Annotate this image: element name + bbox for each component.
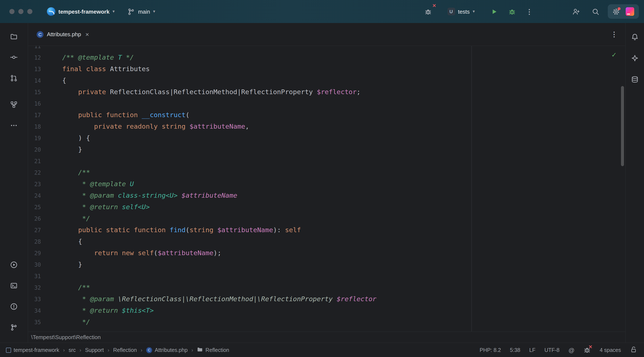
caret-position-widget[interactable]: 5:38: [510, 347, 520, 353]
line-number[interactable]: 16: [28, 98, 41, 109]
code-line[interactable]: 26 */: [28, 213, 625, 225]
line-number[interactable]: 14: [28, 75, 41, 86]
branch-widget[interactable]: main ▾: [124, 5, 158, 17]
window-minimize-button[interactable]: [18, 9, 24, 14]
code-line[interactable]: 17 public function __construct(: [28, 109, 625, 121]
inspections-ok-icon[interactable]: ✓: [612, 51, 617, 59]
line-number[interactable]: 12: [28, 52, 41, 63]
namespace-hint-bar[interactable]: \Tempest\Support\Reflection: [28, 332, 625, 343]
code-line[interactable]: 32 /**: [28, 282, 625, 294]
line-number[interactable]: 23: [28, 178, 41, 190]
code-line[interactable]: 19 ) {: [28, 132, 625, 144]
run-button[interactable]: [488, 5, 500, 18]
code-line[interactable]: 15 private ReflectionClass|ReflectionMet…: [28, 86, 625, 98]
breadcrumb-reflection-class[interactable]: Reflection: [197, 346, 229, 354]
code-line[interactable]: 33 * @param \ReflectionClass|\Reflection…: [28, 294, 625, 305]
breadcrumb-file[interactable]: C Attributes.php: [146, 347, 188, 353]
code-line[interactable]: 11: [28, 46, 625, 52]
code-line[interactable]: 28 {: [28, 236, 625, 248]
code-line[interactable]: 20 }: [28, 144, 625, 155]
close-tab-icon[interactable]: ×: [84, 31, 90, 38]
breadcrumb-reflection[interactable]: Reflection: [113, 347, 137, 353]
php-version-widget[interactable]: PHP: 8.2: [480, 347, 501, 353]
commit-toolwindow-button[interactable]: [8, 51, 20, 63]
lock-open-icon[interactable]: [630, 346, 637, 354]
ai-assistant-toolwindow-button[interactable]: [628, 51, 641, 64]
code-line[interactable]: 23 * @template U: [28, 178, 625, 190]
more-actions-kebab[interactable]: ⋮: [522, 6, 536, 17]
code-line[interactable]: 18 private readonly string $attributeNam…: [28, 121, 625, 132]
code-line[interactable]: 14{: [28, 75, 625, 86]
project-widget[interactable]: tempest-framework ▾: [44, 5, 118, 18]
database-toolwindow-button[interactable]: [628, 73, 641, 86]
debug-button[interactable]: [506, 5, 518, 18]
more-toolwindows-button[interactable]: [8, 119, 20, 132]
line-number[interactable]: 24: [28, 190, 41, 202]
code-editor[interactable]: 1112/** @template T */13final class Attr…: [28, 46, 625, 332]
code-line[interactable]: 22 /**: [28, 167, 625, 178]
code-line[interactable]: 34 * @return $this<T>: [28, 305, 625, 317]
code-text: /** @template T */: [41, 52, 134, 63]
line-number[interactable]: 29: [28, 248, 41, 259]
line-number[interactable]: 30: [28, 259, 41, 271]
code-line[interactable]: 12/** @template T */: [28, 52, 625, 63]
line-number[interactable]: 27: [28, 225, 41, 236]
title-bar: tempest-framework ▾ main ▾ ✕ U tests ▾ ⋮: [0, 0, 644, 23]
tab-attributes-php[interactable]: C Attributes.php ×: [32, 23, 95, 45]
line-number[interactable]: 13: [28, 63, 41, 75]
code-line[interactable]: 35 */: [28, 317, 625, 328]
ai-status-icon[interactable]: @: [568, 347, 574, 353]
code-line[interactable]: 30 }: [28, 259, 625, 271]
code-line[interactable]: 27 public static function find(string $a…: [28, 225, 625, 236]
line-number[interactable]: 35: [28, 317, 41, 328]
breadcrumb-project[interactable]: tempest-framework: [6, 347, 59, 353]
encoding-widget[interactable]: UTF-8: [544, 347, 560, 353]
ide-logo-icon[interactable]: [626, 7, 634, 16]
settings-button[interactable]: [612, 8, 620, 15]
line-number[interactable]: 26: [28, 213, 41, 225]
problems-toolwindow-button[interactable]: [8, 300, 20, 313]
line-number[interactable]: 19: [28, 132, 41, 144]
code-line[interactable]: 21: [28, 155, 625, 167]
debugger-unavailable-button[interactable]: ✕: [422, 5, 434, 18]
code-line[interactable]: 31: [28, 271, 625, 282]
line-number[interactable]: 28: [28, 236, 41, 248]
debugger-status-icon[interactable]: ✕: [584, 346, 591, 354]
structure-toolwindow-button[interactable]: [8, 98, 20, 111]
line-number[interactable]: 18: [28, 121, 41, 132]
line-number[interactable]: 17: [28, 109, 41, 121]
editor-scrollbar-thumb[interactable]: [621, 86, 624, 166]
pull-requests-toolwindow-button[interactable]: [8, 71, 20, 84]
code-line[interactable]: 24 * @param class-string<U> $attributeNa…: [28, 190, 625, 202]
line-number[interactable]: 25: [28, 202, 41, 213]
line-number[interactable]: 33: [28, 294, 41, 305]
code-line[interactable]: 16: [28, 98, 625, 109]
terminal-toolwindow-button[interactable]: [8, 279, 20, 292]
line-separator-widget[interactable]: LF: [529, 347, 535, 353]
code-text: final class Attributes: [41, 63, 150, 75]
line-number[interactable]: 32: [28, 282, 41, 294]
line-number[interactable]: 11: [28, 46, 41, 52]
run-configuration-widget[interactable]: U tests ▾: [444, 5, 478, 17]
notifications-bell-button[interactable]: [628, 30, 641, 43]
window-zoom-button[interactable]: [27, 9, 32, 14]
run-toolwindow-button[interactable]: [8, 258, 20, 271]
tab-options-kebab[interactable]: ⋮: [607, 28, 621, 40]
window-close-button[interactable]: [10, 9, 14, 14]
line-number[interactable]: 31: [28, 271, 41, 282]
line-number[interactable]: 34: [28, 305, 41, 317]
search-everywhere-button[interactable]: [589, 5, 602, 18]
indent-widget[interactable]: 4 spaces: [600, 347, 621, 353]
version-control-toolwindow-button[interactable]: [8, 321, 20, 334]
line-number[interactable]: 22: [28, 167, 41, 178]
line-number[interactable]: 21: [28, 155, 41, 167]
breadcrumb-support[interactable]: Support: [85, 347, 104, 353]
project-toolwindow-button[interactable]: [8, 30, 20, 43]
line-number[interactable]: 20: [28, 144, 41, 155]
code-line[interactable]: 25 * @return self<U>: [28, 202, 625, 213]
code-line[interactable]: 29 return new self($attributeName);: [28, 248, 625, 259]
line-number[interactable]: 15: [28, 86, 41, 98]
breadcrumb-src[interactable]: src: [68, 347, 76, 353]
code-with-me-add-user-button[interactable]: [570, 5, 582, 18]
code-line[interactable]: 13final class Attributes: [28, 63, 625, 75]
